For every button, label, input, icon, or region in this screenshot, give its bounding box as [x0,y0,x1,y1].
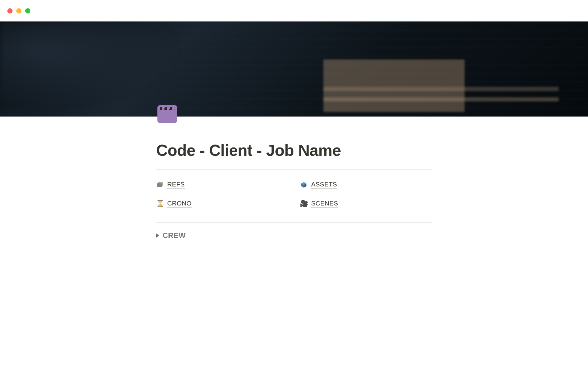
caret-right-icon [156,233,159,238]
link-scenes[interactable]: 🎥 SCENES [300,200,432,208]
window-close-button[interactable] [7,8,13,13]
link-assets[interactable]: ASSETS [300,181,432,189]
link-label: CRONO [167,200,192,208]
link-label: REFS [167,181,185,189]
link-grid: REFS ASSETS ⌛ CRONO 🎥 SCENES [156,181,432,208]
link-crono[interactable]: ⌛ CRONO [156,200,288,208]
movie-camera-icon: 🎥 [300,200,307,207]
window-minimize-button[interactable] [16,8,21,13]
window-titlebar [0,0,588,21]
divider [156,169,432,170]
link-label: ASSETS [311,181,337,189]
divider [156,222,432,223]
page-title[interactable]: Code - Client - Job Name [156,141,432,159]
link-label: SCENES [311,200,338,208]
page-content: Code - Client - Job Name REFS ASSETS ⌛ C… [156,117,432,240]
hourglass-icon: ⌛ [156,200,164,207]
clapperboard-icon [157,105,177,123]
cover-image[interactable] [0,21,588,117]
toggle-crew[interactable]: CREW [156,231,432,240]
page-icon[interactable] [156,103,178,125]
cube-icon [300,181,307,188]
toggle-label: CREW [163,231,186,240]
window-zoom-button[interactable] [25,8,30,13]
cards-icon [156,181,164,188]
link-refs[interactable]: REFS [156,181,288,189]
